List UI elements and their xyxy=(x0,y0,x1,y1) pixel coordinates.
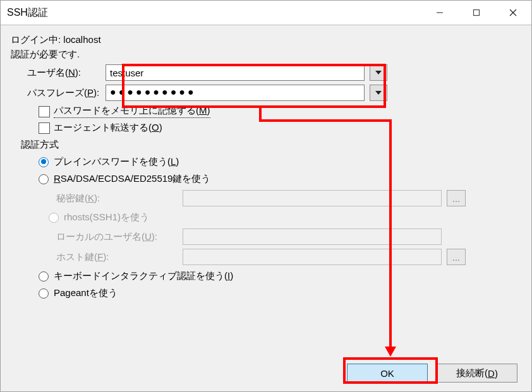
passphrase-input[interactable]: ●●●●●●●●●● xyxy=(106,85,365,101)
username-history-button[interactable] xyxy=(370,64,387,81)
passphrase-label: パスフレーズ(P): xyxy=(11,87,106,99)
radio-plain-password-label: プレインパスワードを使う(L) xyxy=(54,156,179,168)
minimize-button[interactable] xyxy=(421,1,458,25)
auth-method-header: 認証方式 xyxy=(21,139,521,151)
local-username-input xyxy=(183,229,442,245)
radio-rhosts xyxy=(49,213,59,223)
close-button[interactable] xyxy=(495,1,531,25)
remember-password-label: パスワードをメモリ上に記憶する(M) xyxy=(54,105,210,118)
username-input[interactable] xyxy=(106,64,365,81)
login-status: ログイン中: localhost xyxy=(11,34,521,46)
agent-forward-checkbox[interactable] xyxy=(39,122,50,134)
remember-password-checkbox[interactable] xyxy=(39,106,50,117)
radio-publickey-label: RSA/DSA/ECDSA/ED25519鍵を使う xyxy=(54,173,210,185)
svg-marker-5 xyxy=(375,91,382,95)
agent-forward-label: エージェント転送する(O) xyxy=(54,122,162,134)
radio-rhosts-label: rhosts(SSH1)を使う xyxy=(64,211,149,223)
window-title: SSH認証 xyxy=(7,6,421,20)
passphrase-history-button[interactable] xyxy=(370,85,387,101)
private-key-input xyxy=(183,190,442,206)
svg-marker-4 xyxy=(375,71,382,74)
auth-required-text: 認証が必要です. xyxy=(11,49,521,61)
private-key-browse-button[interactable]: ... xyxy=(447,190,466,206)
host-key-label: ホスト鍵(F): xyxy=(56,251,183,263)
titlebar: SSH認証 xyxy=(1,1,531,25)
disconnect-button[interactable]: 接続断(D) xyxy=(437,364,517,383)
radio-keyboard-interactive-label: キーボードインタラクティブ認証を使う(I) xyxy=(54,270,233,282)
radio-pageant-label: Pageantを使う xyxy=(54,287,118,299)
host-key-input xyxy=(183,249,442,265)
local-username-label: ローカルのユーザ名(U): xyxy=(56,231,183,243)
maximize-button[interactable] xyxy=(458,1,495,25)
username-label: ユーザ名(N): xyxy=(11,67,106,79)
ok-button[interactable]: OK xyxy=(347,364,428,383)
radio-plain-password[interactable] xyxy=(39,157,49,167)
host-key-browse-button[interactable]: ... xyxy=(447,249,466,265)
radio-pageant[interactable] xyxy=(39,288,49,299)
login-prefix: ログイン中: xyxy=(11,34,63,45)
ssh-auth-dialog: SSH認証 ログイン中: localhost 認証が必要です. ユーザ名(N): xyxy=(0,0,532,392)
radio-publickey[interactable] xyxy=(39,174,49,184)
svg-rect-1 xyxy=(474,10,480,16)
radio-keyboard-interactive[interactable] xyxy=(39,271,49,282)
client-area: ログイン中: localhost 認証が必要です. ユーザ名(N): パスフレー… xyxy=(1,25,531,391)
private-key-label: 秘密鍵(K): xyxy=(56,193,183,205)
login-host: localhost xyxy=(63,34,100,45)
